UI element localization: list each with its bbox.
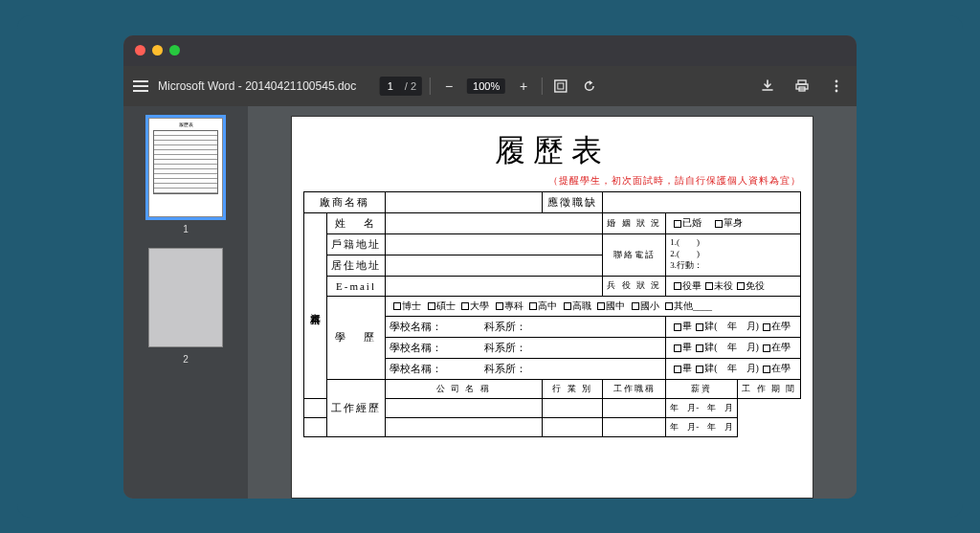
print-button[interactable] bbox=[791, 76, 813, 97]
page-title: 履歷表 bbox=[303, 130, 801, 172]
minimize-icon[interactable] bbox=[152, 45, 163, 56]
th-company: 公 司 名 稱 bbox=[386, 379, 543, 398]
warning-text: （提醒學生，初次面試時，請自行保護個人資料為宜） bbox=[303, 174, 801, 188]
zoom-out-button[interactable]: − bbox=[438, 76, 459, 97]
edu-row: 學校名稱： 科系所： bbox=[386, 358, 666, 379]
mac-window: Microsoft Word - 20140421100545.doc / 2 … bbox=[123, 35, 857, 499]
thumbnail-panel: 履歷表 1 2 bbox=[123, 106, 248, 499]
edu-row: 學校名稱： 科系所： bbox=[386, 337, 666, 358]
marital-label: 婚 姻 狀 況 bbox=[603, 212, 666, 233]
military-label: 兵 役 狀 況 bbox=[603, 276, 666, 296]
reg-addr-label: 戶籍地址 bbox=[327, 233, 386, 255]
edu-status: 畢肄( 年 月)在學 bbox=[666, 316, 801, 337]
svg-rect-1 bbox=[558, 83, 564, 89]
th-period: 工 作 期 間 bbox=[738, 379, 801, 398]
th-title: 工作職稱 bbox=[603, 379, 666, 398]
edu-status: 畢肄( 年 月)在學 bbox=[666, 358, 801, 379]
page-total: / 2 bbox=[405, 80, 422, 92]
svg-point-5 bbox=[835, 79, 838, 82]
more-icon[interactable] bbox=[826, 76, 847, 97]
zoom-level[interactable]: 100% bbox=[467, 78, 505, 94]
edu-label: 學 歷 bbox=[327, 296, 386, 379]
page-input[interactable] bbox=[380, 78, 401, 94]
post-label: 應徵職缺 bbox=[542, 191, 603, 212]
svg-point-6 bbox=[835, 84, 838, 87]
live-addr-label: 居住地址 bbox=[327, 255, 386, 276]
thumbnail-2-label: 2 bbox=[183, 354, 189, 365]
page-1: 履歷表 （提醒學生，初次面試時，請自行保護個人資料為宜） 廠商名稱 應徵職缺 基… bbox=[291, 116, 813, 499]
filename: Microsoft Word - 20140421100545.doc bbox=[158, 79, 356, 93]
thumbnail-1-label: 1 bbox=[183, 224, 189, 234]
page-box: / 2 bbox=[380, 77, 422, 96]
document-area[interactable]: 履歷表 （提醒學生，初次面試時，請自行保護個人資料為宜） 廠商名稱 應徵職缺 基… bbox=[248, 106, 857, 499]
pdf-toolbar: Microsoft Word - 20140421100545.doc / 2 … bbox=[123, 66, 857, 106]
download-button[interactable] bbox=[757, 76, 778, 97]
phone-label: 聯絡電話 bbox=[603, 233, 666, 276]
section-basic: 基本資料 bbox=[304, 212, 327, 398]
svg-rect-0 bbox=[555, 80, 567, 92]
divider bbox=[430, 78, 431, 95]
resume-table: 廠商名稱 應徵職缺 基本資料 姓 名 婚 姻 狀 況 已婚 單身 bbox=[303, 191, 801, 437]
fit-page-button[interactable] bbox=[550, 76, 571, 97]
menu-icon[interactable] bbox=[133, 80, 148, 92]
maximize-icon[interactable] bbox=[169, 45, 180, 56]
name-label: 姓 名 bbox=[327, 212, 386, 233]
work-label: 工作經歷 bbox=[327, 379, 386, 436]
email-label: E-mail bbox=[327, 276, 386, 296]
thumbnail-2[interactable] bbox=[148, 248, 223, 347]
th-salary: 薪資 bbox=[666, 379, 738, 398]
thumbnail-1[interactable]: 履歷表 bbox=[148, 118, 223, 217]
rotate-button[interactable] bbox=[579, 76, 600, 97]
marital-options: 已婚 單身 bbox=[666, 212, 801, 233]
vendor-label: 廠商名稱 bbox=[304, 191, 386, 212]
edu-levels: 博士 碩士 大學 專科 高中 高職 國中 國小 其他____ bbox=[386, 296, 801, 316]
phone-lines: 1.( )2.( )3.行動： bbox=[666, 233, 801, 276]
military-options: 役畢未役免役 bbox=[666, 276, 801, 296]
svg-point-7 bbox=[835, 89, 838, 92]
titlebar bbox=[123, 35, 857, 66]
zoom-in-button[interactable]: + bbox=[513, 76, 534, 97]
edu-status: 畢肄( 年 月)在學 bbox=[666, 337, 801, 358]
close-icon[interactable] bbox=[135, 45, 145, 56]
divider bbox=[542, 78, 543, 95]
th-industry: 行 業 別 bbox=[542, 379, 603, 398]
edu-row: 學校名稱： 科系所： bbox=[386, 316, 666, 337]
